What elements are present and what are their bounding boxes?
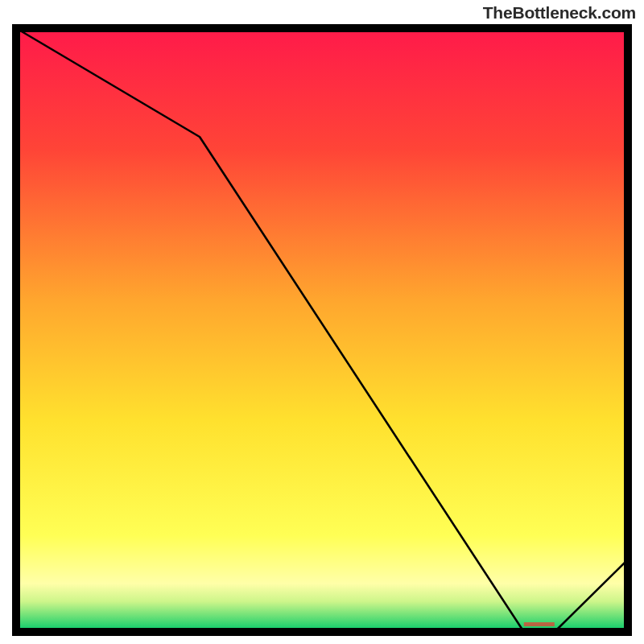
plot-background (16, 28, 628, 632)
optimal-zone-marker (524, 622, 555, 626)
bottleneck-chart (0, 0, 644, 644)
